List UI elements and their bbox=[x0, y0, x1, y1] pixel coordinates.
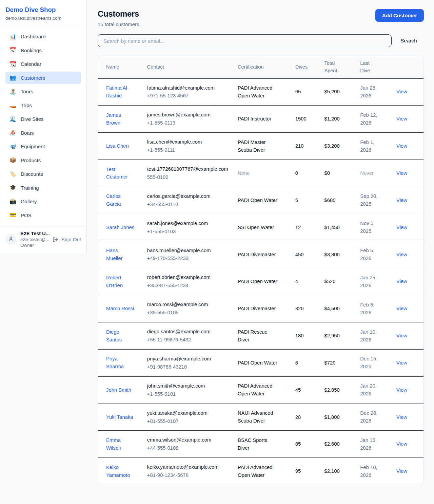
sidebar-item-label: Trips bbox=[21, 102, 32, 109]
sidebar-item-dashboard[interactable]: 📊 Dashboard bbox=[5, 30, 81, 43]
view-link[interactable]: View bbox=[396, 116, 407, 122]
table-row: Test Customer test-1772681807767@example… bbox=[98, 160, 423, 187]
view-link[interactable]: View bbox=[396, 333, 407, 338]
last-dive-cell: Sep 20, 2025 bbox=[360, 187, 396, 214]
customer-email: keiko.yamamoto@example.com bbox=[147, 463, 234, 471]
view-link[interactable]: View bbox=[396, 198, 407, 203]
customer-name-link[interactable]: Emma Wilson bbox=[106, 436, 135, 452]
view-link[interactable]: View bbox=[396, 360, 407, 366]
customer-email: test-1772681807767@example.com bbox=[147, 165, 234, 173]
customer-name-link[interactable]: Diego Santos bbox=[106, 328, 135, 344]
sidebar-item-training[interactable]: 🎓 Training bbox=[5, 182, 81, 194]
customer-phone: +1-555-0103 bbox=[147, 228, 234, 236]
user-email: e2e-tester@... bbox=[20, 237, 51, 242]
user-name: E2E Test U... bbox=[20, 231, 51, 236]
view-link[interactable]: View bbox=[396, 441, 407, 447]
sidebar-item-bookings[interactable]: 📅 Bookings bbox=[5, 44, 81, 57]
customer-name-link[interactable]: Priya Sharma bbox=[106, 355, 135, 371]
view-link[interactable]: View bbox=[396, 414, 407, 420]
sidebar-nav: 📊 Dashboard 📅 Bookings 📆 Calendar 👥 Cust… bbox=[0, 26, 86, 226]
customer-name-link[interactable]: Yuki Tanaka bbox=[106, 413, 133, 421]
customer-name-link[interactable]: Lisa Chen bbox=[106, 142, 129, 150]
total-spent-cell: $5,200 bbox=[324, 78, 360, 106]
sidebar-item-products[interactable]: 📦 Products bbox=[5, 154, 81, 167]
certification-cell: PADI Advanced Open Water bbox=[238, 458, 295, 485]
total-spent-cell: $2,600 bbox=[324, 431, 360, 458]
total-spent-cell: $680 bbox=[324, 187, 360, 214]
sidebar-item-dive-sites[interactable]: 🌊 Dive Sites bbox=[5, 113, 81, 126]
boats-icon: ⛵ bbox=[9, 130, 16, 135]
brand-domain: demo.test.divestreams.com bbox=[5, 16, 81, 21]
customer-phone: +39-555-0105 bbox=[147, 309, 234, 317]
sidebar-item-equipment[interactable]: 🤿 Equipment bbox=[5, 140, 81, 153]
view-link[interactable]: View bbox=[396, 225, 407, 230]
search-input[interactable] bbox=[98, 34, 392, 47]
user-section: E2E Test U... e2e-tester@... Owner Sign … bbox=[0, 226, 86, 253]
customer-name-link[interactable]: Hans Mueller bbox=[106, 247, 135, 262]
add-customer-button[interactable]: Add Customer bbox=[375, 9, 424, 22]
contact-cell: lisa.chen@example.com +1-555-0111 bbox=[147, 133, 238, 160]
customer-name-link[interactable]: John Smith bbox=[106, 386, 131, 394]
total-spent-cell: $2,100 bbox=[324, 458, 360, 485]
title-block: Customers 15 total customers bbox=[98, 9, 139, 27]
main-content: Customers 15 total customers Add Custome… bbox=[87, 0, 434, 494]
table-row: Marco Rossi marco.rossi@example.com +39-… bbox=[98, 295, 423, 322]
view-link[interactable]: View bbox=[396, 279, 407, 284]
sidebar-item-tours[interactable]: 🏝️ Tours bbox=[5, 85, 81, 98]
discounts-icon: 🏷️ bbox=[9, 171, 16, 177]
total-spent-cell: $3,200 bbox=[324, 133, 360, 160]
customers-table: NameContactCertificationDivesTotal Spent… bbox=[98, 56, 423, 485]
customer-name-link[interactable]: Sarah Jones bbox=[106, 224, 134, 231]
view-link[interactable]: View bbox=[396, 468, 407, 474]
search-button[interactable]: Search bbox=[392, 38, 424, 44]
total-spent-cell: $0 bbox=[324, 160, 360, 187]
contact-cell: hans.mueller@example.com +49-170-555-223… bbox=[147, 241, 238, 268]
customer-email: lisa.chen@example.com bbox=[147, 138, 234, 146]
dive-sites-icon: 🌊 bbox=[9, 116, 16, 122]
customer-phone: 555-0100 bbox=[147, 173, 234, 181]
sidebar-item-label: Gallery bbox=[21, 198, 37, 205]
sidebar-item-boats[interactable]: ⛵ Boats bbox=[5, 127, 81, 139]
calendar-icon: 📆 bbox=[9, 61, 16, 67]
view-link[interactable]: View bbox=[396, 306, 407, 311]
certification-cell: PADI Advanced Open Water bbox=[238, 376, 295, 404]
customer-name-link[interactable]: Keiko Yamamoto bbox=[106, 464, 135, 479]
column-header-name: Name bbox=[98, 56, 147, 78]
customer-name-link[interactable]: Fatima Al-Rashid bbox=[106, 84, 135, 100]
view-link[interactable]: View bbox=[396, 170, 407, 176]
sign-out-button[interactable]: Sign Out bbox=[53, 237, 81, 242]
dives-cell: 5 bbox=[295, 187, 324, 214]
contact-cell: emma.wilson@example.com +44-555-0108 bbox=[147, 431, 238, 458]
customer-name-link[interactable]: Marco Rossi bbox=[106, 305, 134, 313]
column-header-contact: Contact bbox=[147, 56, 238, 78]
view-link[interactable]: View bbox=[396, 143, 407, 149]
view-link[interactable]: View bbox=[396, 387, 407, 393]
sidebar-item-discounts[interactable]: 🏷️ Discounts bbox=[5, 168, 81, 181]
dives-cell: 450 bbox=[295, 241, 324, 268]
customer-email: hans.mueller@example.com bbox=[147, 247, 234, 255]
certification-cell: None bbox=[238, 160, 295, 187]
avatar bbox=[5, 234, 16, 245]
table-row: Keiko Yamamoto keiko.yamamoto@example.co… bbox=[98, 458, 423, 485]
last-dive-cell: Feb 10, 2026 bbox=[360, 458, 396, 485]
view-link[interactable]: View bbox=[396, 89, 407, 94]
last-dive-cell: Feb 1, 2026 bbox=[360, 133, 396, 160]
dives-cell: 4 bbox=[295, 268, 324, 295]
certification-cell: PADI Instructor bbox=[238, 106, 295, 133]
view-link[interactable]: View bbox=[396, 252, 407, 257]
customer-name-link[interactable]: Robert O'Brien bbox=[106, 274, 135, 290]
customer-name-link[interactable]: Carlos Garcia bbox=[106, 192, 135, 208]
table-row: Emma Wilson emma.wilson@example.com +44-… bbox=[98, 431, 423, 458]
last-dive-cell: Jan 20, 2026 bbox=[360, 376, 396, 404]
sidebar-item-trips[interactable]: 🚤 Trips bbox=[5, 99, 81, 112]
customer-email: priya.sharma@example.com bbox=[147, 355, 234, 363]
customer-name-link[interactable]: Test Customer bbox=[106, 166, 135, 181]
sidebar-item-customers[interactable]: 👥 Customers bbox=[5, 72, 81, 85]
sidebar-item-label: Boats bbox=[21, 130, 34, 136]
customer-name-link[interactable]: James Brown bbox=[106, 111, 135, 127]
sidebar-item-gallery[interactable]: 📸 Gallery bbox=[5, 195, 81, 208]
sidebar-item-pos[interactable]: 💳 POS bbox=[5, 209, 81, 222]
sidebar-item-calendar[interactable]: 📆 Calendar bbox=[5, 58, 81, 71]
dives-cell: 180 bbox=[295, 322, 324, 350]
customer-phone: +49-170-555-2233 bbox=[147, 255, 234, 262]
